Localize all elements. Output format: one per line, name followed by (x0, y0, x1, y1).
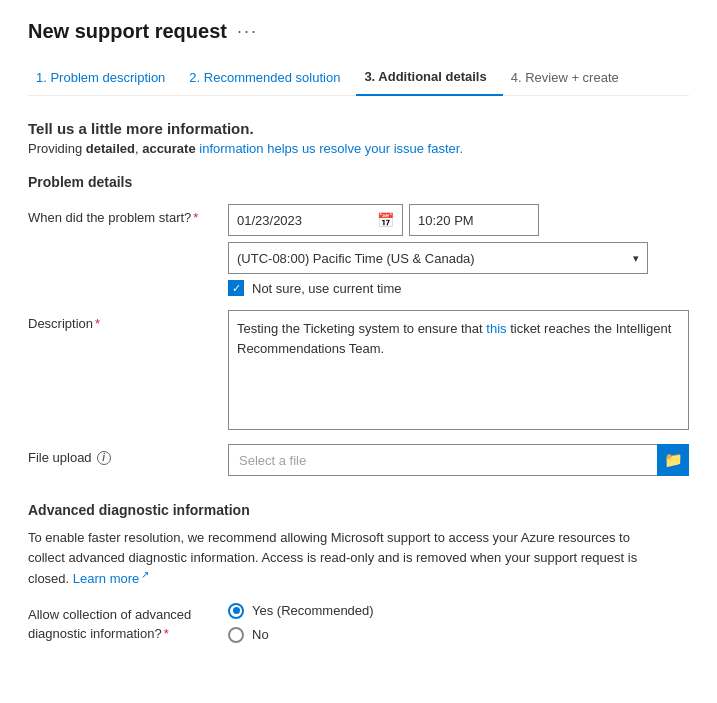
radio-yes-label: Yes (Recommended) (252, 603, 374, 618)
not-sure-label: Not sure, use current time (252, 281, 402, 296)
timezone-dropdown[interactable]: (UTC-08:00) Pacific Time (US & Canada) ▾ (228, 242, 648, 274)
file-upload-info-icon[interactable]: i (97, 451, 111, 465)
problem-start-row: When did the problem start?* 01/23/2023 … (28, 204, 689, 296)
wizard-step-2[interactable]: 2. Recommended solution (181, 62, 356, 95)
subtext-detailed: detailed (86, 141, 135, 156)
description-textarea[interactable]: Testing the Ticketing system to ensure t… (228, 310, 689, 430)
subtext-suffix: information helps us resolve your issue … (196, 141, 463, 156)
checkmark-icon: ✓ (232, 283, 241, 294)
datetime-row: 01/23/2023 📅 10:20 PM (228, 204, 689, 236)
section-heading: Tell us a little more information. (28, 120, 689, 137)
allow-collection-label: Allow collection of advanced diagnostic … (28, 603, 228, 644)
description-row: Description* Testing the Ticketing syste… (28, 310, 689, 430)
description-label: Description* (28, 310, 228, 331)
wizard-step-3[interactable]: 3. Additional details (356, 61, 502, 96)
allow-required-star: * (164, 626, 169, 641)
title-options[interactable]: ··· (237, 21, 258, 42)
advanced-learn-more-link[interactable]: Learn more (73, 571, 139, 586)
required-star: * (193, 210, 198, 225)
problem-details-heading: Problem details (28, 174, 689, 190)
calendar-icon[interactable]: 📅 (377, 212, 394, 228)
time-input[interactable]: 10:20 PM (409, 204, 539, 236)
chevron-down-icon: ▾ (633, 252, 639, 265)
desc-text-plain: Testing the Ticketing system to ensure t… (237, 321, 486, 336)
problem-start-label: When did the problem start?* (28, 204, 228, 225)
radio-no-row: No (228, 627, 374, 643)
desc-link1: this (486, 321, 506, 336)
wizard-step-1[interactable]: 1. Problem description (28, 62, 181, 95)
desc-required-star: * (95, 316, 100, 331)
radio-no[interactable] (228, 627, 244, 643)
subtext-prefix: Providing (28, 141, 86, 156)
external-link-icon: ↗ (141, 569, 149, 580)
date-value: 01/23/2023 (237, 213, 371, 228)
description-wrap: Testing the Ticketing system to ensure t… (228, 310, 689, 430)
file-upload-control: Select a file 📁 (228, 444, 689, 476)
radio-yes-row: Yes (Recommended) (228, 603, 374, 619)
page-title: New support request (28, 20, 227, 43)
file-upload-button[interactable]: 📁 (657, 444, 689, 476)
subtext-accurate: accurate (142, 141, 195, 156)
section-subtext: Providing detailed, accurate information… (28, 141, 689, 156)
radio-no-label: No (252, 627, 269, 642)
wizard-step-4: 4. Review + create (503, 62, 635, 95)
problem-start-fields: 01/23/2023 📅 10:20 PM (UTC-08:00) Pacifi… (228, 204, 689, 296)
folder-icon: 📁 (664, 451, 683, 469)
date-input[interactable]: 01/23/2023 📅 (228, 204, 403, 236)
advanced-section: Advanced diagnostic information To enabl… (28, 496, 689, 644)
file-input-box[interactable]: Select a file (228, 444, 657, 476)
wizard-steps: 1. Problem description 2. Recommended so… (28, 61, 689, 96)
file-upload-label: File upload i (28, 444, 228, 465)
advanced-heading: Advanced diagnostic information (28, 502, 689, 518)
file-upload-row: File upload i Select a file 📁 (28, 444, 689, 476)
file-upload-field: Select a file 📁 (228, 444, 689, 476)
description-field-col: Testing the Ticketing system to ensure t… (228, 310, 689, 430)
radio-group: Yes (Recommended) No (228, 603, 374, 643)
timezone-value: (UTC-08:00) Pacific Time (US & Canada) (237, 251, 633, 266)
not-sure-checkbox[interactable]: ✓ (228, 280, 244, 296)
not-sure-row: ✓ Not sure, use current time (228, 280, 689, 296)
allow-collection-row: Allow collection of advanced diagnostic … (28, 603, 689, 644)
file-placeholder: Select a file (239, 453, 306, 468)
radio-yes[interactable] (228, 603, 244, 619)
advanced-description: To enable faster resolution, we recommen… (28, 528, 668, 589)
time-value: 10:20 PM (418, 213, 474, 228)
